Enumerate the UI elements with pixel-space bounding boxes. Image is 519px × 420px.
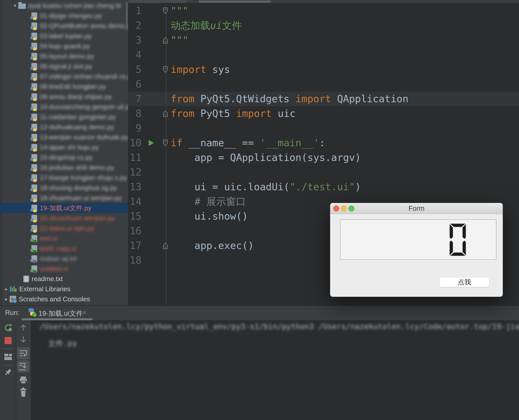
soft-wrap-toggle[interactable] (17, 347, 30, 359)
restore-layout-button[interactable] (3, 352, 13, 362)
down-arrow-button[interactable] (18, 334, 28, 345)
line-number: 14 (128, 194, 142, 209)
python-file-icon (31, 53, 37, 60)
code-line: 6 (128, 77, 519, 92)
up-arrow-button[interactable] (18, 322, 28, 332)
line-number: 5 (128, 62, 142, 77)
tree-item-label: 03-label tupian.py (40, 32, 92, 40)
window-titlebar[interactable]: Form (330, 203, 503, 214)
print-button[interactable] (18, 375, 28, 385)
tree-row[interactable]: 06-signal ji slot.py (0, 61, 128, 71)
console-output-line: /Users/nazekutolen.lcy/python_virtual_en… (39, 322, 519, 331)
chevron-right-icon[interactable] (3, 286, 10, 292)
tree-row[interactable]: 07-zidingyi xinhao chuandi cs.py (0, 71, 128, 81)
code-text: app.exec() (171, 238, 254, 253)
pin-button[interactable] (3, 368, 13, 378)
code-text: """ (171, 4, 188, 18)
tree-item-label: 15-dingshiqi cs.py (40, 154, 92, 161)
tree-row[interactable]: 17-biaoge kongjian shuju x.py (0, 173, 128, 183)
tree-row[interactable]: 14-qipan shi buju.py (0, 142, 128, 152)
tree-row[interactable]: 03-label tupian.py (0, 31, 128, 41)
fold-open-icon[interactable] (162, 7, 168, 14)
line-number: 16 (128, 224, 142, 238)
tree-row[interactable]: 01-diyige chengxu.py (0, 11, 128, 21)
tree-row[interactable]: 13-wenjian xuanze duihuak.py (0, 132, 128, 142)
fold-close-icon[interactable] (162, 37, 168, 44)
tree-row-external-libraries[interactable]: External Libraries (0, 284, 128, 294)
tree-scrollbar-thumb[interactable] (126, 2, 128, 27)
run-console[interactable]: /Users/nazekutolen.lcy/python_virtual_en… (0, 320, 519, 420)
python-file-icon (31, 103, 37, 110)
tree-row[interactable]: 15-dingshiqi cs.py (0, 152, 128, 162)
code-text: ui.show() (171, 209, 248, 224)
tree-item-label: 19-加载.ui文件.py (40, 204, 91, 213)
python-file-icon (31, 124, 37, 131)
fold-close-icon[interactable] (162, 110, 168, 117)
tree-item-label: 16-jindutiao shili demo.py (40, 164, 114, 172)
close-icon[interactable]: × (82, 308, 87, 317)
tree-row[interactable]: 02-QPushButton anniu demo.py (0, 21, 128, 31)
line-number: 3 (128, 33, 142, 48)
tree-item-label: 02-QPushButton anniu demo.py (40, 22, 128, 30)
tree-row[interactable]: 08-lineEdit kongjian.py (0, 81, 128, 92)
stop-button[interactable] (5, 337, 12, 344)
tree-row[interactable]: 12-duihuakuang demo.py (0, 122, 128, 132)
tree-row[interactable]: 09-anniu dianji shijian.py (0, 92, 128, 102)
tree-row[interactable]: 18-shuxing donghua xg.py (0, 183, 128, 193)
run-line-icon[interactable] (149, 140, 154, 146)
tree-row-root-folder[interactable]: pyqt kuaisu rumen jiao cheng bi (0, 1, 128, 11)
python-file-icon (31, 33, 37, 39)
tree-row[interactable]: 18-zhuanhuan.ui wenjian.py (0, 193, 128, 203)
toolbar-divider (16, 320, 16, 420)
fold-close-icon[interactable] (162, 242, 168, 249)
tree-row-selected[interactable]: 19-加载.ui文件.py (0, 203, 128, 213)
tree-row[interactable]: moban wj.txt (0, 254, 128, 264)
tree-row[interactable]: 21-dakai.ui wjm.py (0, 223, 128, 233)
tree-row[interactable]: 05-layout demo.py (0, 51, 128, 61)
python-file-icon (31, 174, 37, 181)
code-text: import sys (171, 62, 230, 77)
line-number: 11 (128, 150, 142, 165)
toolbar-separator (2, 349, 13, 349)
tree-row[interactable]: 16-jindutiao shili demo.py (0, 162, 128, 173)
tree-row[interactable]: untitled.ui (0, 264, 128, 274)
clear-trash-button[interactable] (19, 387, 28, 397)
ui-file-icon (31, 235, 37, 242)
qt-form-window[interactable]: Form 0 点我 (330, 203, 503, 297)
python-file-icon (31, 164, 37, 171)
code-line: 12 (128, 165, 519, 180)
tree-item-label: test.ui (40, 235, 57, 242)
code-line: 1 """ (128, 4, 519, 18)
rerun-button[interactable] (3, 322, 13, 332)
python-file-icon (31, 43, 37, 50)
tree-item-label: 14-qipan shi buju.py (40, 143, 99, 151)
scroll-to-end-toggle[interactable] (17, 360, 30, 372)
editor-top-scrollbar[interactable] (128, 0, 519, 3)
python-file-icon (31, 215, 37, 222)
run-tab[interactable]: 19-加载.ui文件 (38, 309, 83, 318)
fold-open-icon[interactable] (162, 66, 168, 73)
tree-item-label: 13-wenjian xuanze duihuak.py (40, 133, 128, 141)
toolbar-divider (31, 320, 31, 420)
tree-item-label: 01-diyige chengxu.py (40, 12, 102, 20)
fold-open-icon[interactable] (162, 139, 168, 146)
tree-row[interactable]: 11-caidanlan gongjvlan.py (0, 112, 128, 122)
tree-item-label: 18-zhuanhuan.ui wenjian.py (40, 194, 122, 202)
tree-row-scratches[interactable]: Scratches and Consoles (0, 294, 128, 304)
tree-row-readme[interactable]: readme.txt (0, 274, 128, 284)
ui-file-icon (31, 265, 37, 272)
tree-row[interactable]: test.ui (0, 233, 128, 243)
chevron-down-icon[interactable] (12, 3, 18, 9)
click-me-button[interactable]: 点我 (439, 277, 489, 287)
tree-row[interactable]: 20-zhuanhuan wenjian.py (0, 213, 128, 223)
tree-item-label: readme.txt (32, 275, 63, 283)
chevron-right-icon[interactable] (3, 296, 10, 302)
tree-row[interactable]: 10-duoxiancheng gengxin uil.py (0, 102, 128, 112)
console-scrollbar-thumb[interactable] (22, 318, 92, 320)
tree-row[interactable]: test2 copy.ui (0, 243, 128, 254)
code-text: 动态加载ui文件 (171, 18, 242, 33)
tree-row[interactable]: 04-buju guanli.py (0, 41, 128, 51)
tree-item-label: 10-duoxiancheng gengxin uil.py (40, 103, 128, 111)
tree-item-label: 21-dakai.ui wjm.py (40, 224, 94, 232)
scrollbar-thumb[interactable] (199, 1, 271, 3)
